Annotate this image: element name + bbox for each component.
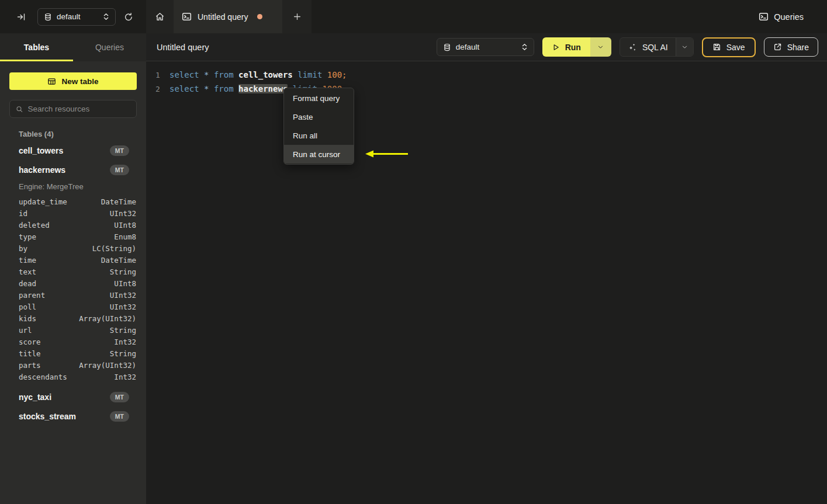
collapse-sidebar-icon[interactable] [13, 9, 29, 25]
toolbar-database-selector[interactable]: default [437, 38, 534, 56]
tab-untitled-query[interactable]: Untitled query [174, 0, 282, 33]
code-line[interactable]: 1select * from cell_towers limit 100; [146, 68, 827, 82]
table-row-hackernews[interactable]: hackernewsMT [0, 160, 146, 179]
toolbar-database-value: default [456, 43, 517, 51]
home-icon[interactable] [146, 0, 174, 33]
code-token: limit [297, 70, 322, 79]
code-token [209, 70, 213, 79]
share-button[interactable]: Share [764, 37, 818, 57]
column-name: poll [19, 303, 110, 311]
top-bar: default Untitled query Queries [0, 0, 827, 33]
table-row-cell_towers[interactable]: cell_towersMT [0, 141, 146, 160]
column-row: update_timeDateTime [0, 196, 146, 207]
code-line[interactable]: 2select * from hackernews limit 1000 [146, 82, 827, 96]
code-token: * [204, 84, 209, 93]
column-name: type [19, 232, 114, 241]
tab-strip: Untitled query [146, 0, 312, 33]
chevron-updown-icon [521, 43, 528, 51]
column-type: String [110, 267, 136, 276]
search-resources-field[interactable] [28, 105, 130, 113]
table-row-nyc_taxi[interactable]: nyc_taxiMT [0, 387, 146, 406]
unsaved-dot [257, 14, 262, 19]
code-token [234, 70, 238, 79]
column-type: Int32 [114, 338, 136, 346]
menu-item-paste[interactable]: Paste [284, 107, 354, 126]
sql-ai-button[interactable]: SQL AI [620, 38, 676, 56]
share-button-label: Share [787, 43, 809, 52]
secondary-bar: Tables Queries Untitled query default Ru… [0, 33, 827, 61]
code-token: cell_towers [238, 70, 293, 79]
chevron-down-icon [681, 44, 688, 50]
column-name: score [19, 338, 114, 346]
new-table-button[interactable]: New table [9, 72, 137, 90]
column-type: UInt32 [110, 209, 136, 218]
column-row: titleString [0, 347, 146, 359]
queries-button[interactable]: Queries [759, 12, 804, 22]
table-name: nyc_taxi [19, 392, 110, 402]
column-type: UInt32 [110, 291, 136, 300]
topbar-right: Queries [759, 0, 827, 33]
column-row: urlString [0, 324, 146, 336]
queries-button-label: Queries [774, 12, 804, 22]
tables-list: cell_towersMThackernewsMTEngine: MergeTr… [0, 141, 146, 426]
column-name: descendants [19, 373, 114, 381]
table-icon [47, 77, 56, 86]
save-button[interactable]: Save [702, 37, 756, 57]
line-number: 2 [146, 85, 169, 93]
new-tab-icon[interactable] [282, 0, 312, 33]
tab-label: Untitled query [198, 12, 248, 22]
save-icon [712, 43, 721, 51]
database-selector-value: default [57, 12, 98, 21]
play-icon [552, 43, 560, 51]
column-name: deleted [19, 221, 114, 230]
menu-item-run-at-cursor[interactable]: Run at cursor [284, 145, 354, 164]
engine-badge: MT [110, 165, 129, 175]
menu-item-format-query[interactable]: Format query [284, 89, 354, 107]
column-row: textString [0, 266, 146, 277]
column-type: String [110, 349, 136, 358]
column-name: id [19, 209, 110, 218]
code-area[interactable]: 1select * from cell_towers limit 100;2se… [146, 61, 827, 96]
table-row-stocks_stream[interactable]: stocks_streamMT [0, 406, 146, 426]
code-token: * [204, 70, 209, 79]
column-row: idUInt32 [0, 207, 146, 219]
terminal-icon [759, 12, 769, 22]
sidebar-tab-queries-label: Queries [95, 43, 124, 52]
engine-badge: MT [110, 392, 129, 402]
column-row: byLC(String) [0, 242, 146, 254]
sidebar-tabs: Tables Queries [0, 33, 146, 61]
sparkles-icon [628, 43, 637, 52]
code-token: from [214, 84, 234, 93]
column-row: typeEnum8 [0, 231, 146, 242]
chevron-down-icon [597, 44, 604, 50]
engine-label: Engine: MergeTree [0, 179, 146, 193]
save-button-label: Save [726, 43, 745, 52]
sidebar-tab-tables[interactable]: Tables [0, 33, 73, 61]
column-type: Array(UInt32) [79, 314, 136, 323]
run-options-caret[interactable] [590, 37, 611, 57]
terminal-icon [182, 12, 192, 22]
search-icon [16, 105, 23, 113]
sidebar-tab-queries[interactable]: Queries [73, 33, 146, 61]
query-title: Untitled query [157, 43, 209, 52]
sql-ai-caret[interactable] [676, 38, 693, 56]
menu-item-run-all[interactable]: Run all [284, 126, 354, 145]
column-type: LC(String) [92, 244, 136, 253]
engine-badge: MT [110, 145, 129, 156]
run-button[interactable]: Run [542, 37, 590, 57]
refresh-icon[interactable] [120, 9, 137, 25]
table-name: hackernews [19, 165, 110, 175]
sql-editor[interactable]: 1select * from cell_towers limit 100;2se… [146, 61, 827, 504]
share-icon [773, 43, 782, 51]
column-type: Int32 [114, 373, 136, 381]
code-token [293, 70, 297, 79]
sql-ai-split-button: SQL AI [620, 37, 694, 57]
column-row: kidsArray(UInt32) [0, 312, 146, 324]
sidebar-tab-tables-label: Tables [24, 43, 49, 52]
column-row: deadUInt8 [0, 277, 146, 289]
code-token [199, 70, 204, 79]
column-type: UInt32 [110, 303, 136, 311]
search-resources-input[interactable] [9, 100, 137, 118]
database-selector[interactable]: default [37, 8, 116, 26]
annotation-arrow [365, 150, 409, 158]
